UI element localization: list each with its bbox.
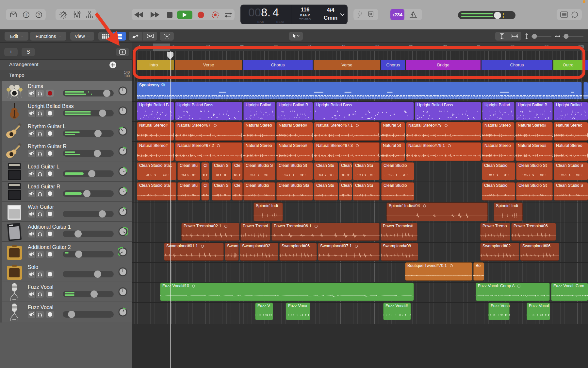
svg-text:?: ? bbox=[38, 13, 40, 17]
svg-text:i: i bbox=[26, 13, 27, 17]
